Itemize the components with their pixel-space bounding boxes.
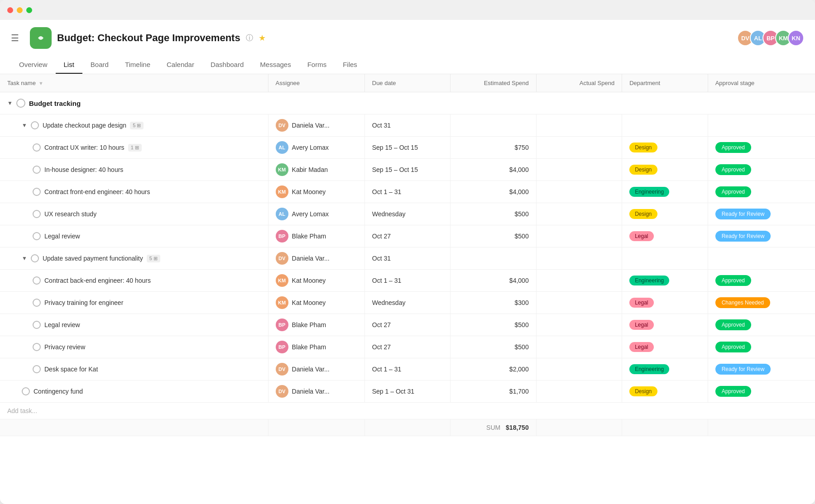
info-icon[interactable]: ⓘ	[246, 33, 253, 43]
task-complete-icon[interactable]	[31, 121, 39, 129]
estimated-spend: $500	[451, 314, 536, 336]
table-row[interactable]: Contract back-end engineer: 40 hours KM …	[0, 270, 815, 292]
assignee-name: Kabir Madan	[292, 166, 328, 173]
table-row[interactable]: Contract UX writer: 10 hours 1 ⊞ AL Aver…	[0, 137, 815, 159]
assignee-avatar: BP	[276, 230, 288, 242]
tab-calendar[interactable]: Calendar	[158, 56, 202, 74]
assignee-name: Kat Mooney	[292, 188, 326, 195]
task-complete-icon[interactable]	[33, 299, 41, 307]
tab-timeline[interactable]: Timeline	[117, 56, 158, 74]
table-row[interactable]: ▼ Update saved payment functionality 5 ⊞…	[0, 247, 815, 270]
approval-badge: Approved	[715, 386, 751, 397]
estimated-spend: $4,000	[451, 159, 536, 181]
add-task-label[interactable]: Add task...	[7, 407, 37, 414]
section-circle	[16, 99, 25, 108]
task-name: Contingency fund	[34, 388, 83, 395]
th-estimated-spend[interactable]: Estimated Spend	[451, 74, 536, 92]
tab-forms[interactable]: Forms	[299, 56, 335, 74]
due-date: Oct 27	[364, 225, 450, 247]
task-complete-icon[interactable]	[33, 188, 41, 196]
table-container: Task name ▼ Assignee Due date Estimated …	[0, 74, 815, 436]
approval-stage: Approved	[708, 380, 815, 403]
table-row[interactable]: ▼ Update checkout page design 5 ⊞ DV	[0, 114, 815, 137]
collapse-icon[interactable]: ▼	[7, 100, 13, 106]
actual-spend	[536, 336, 622, 358]
actual-spend	[536, 137, 622, 159]
approval-badge: Approved	[715, 186, 751, 197]
app-icon	[30, 27, 52, 49]
minimize-button[interactable]	[17, 7, 23, 13]
approval-stage: Approved	[708, 181, 815, 203]
task-complete-icon[interactable]	[33, 166, 41, 174]
th-assignee[interactable]: Assignee	[268, 74, 364, 92]
tab-messages[interactable]: Messages	[252, 56, 299, 74]
assignee-name: Blake Pham	[292, 343, 326, 351]
tab-dashboard[interactable]: Dashboard	[202, 56, 252, 74]
due-date: Sep 15 – Oct 15	[364, 137, 450, 159]
task-name: Privacy training for engineer	[44, 299, 123, 306]
task-complete-icon[interactable]	[33, 210, 41, 218]
table-row[interactable]: Contingency fund DV Daniela Var... Sep 1…	[0, 380, 815, 403]
due-date: Oct 27	[364, 314, 450, 336]
due-date: Oct 1 – 31	[364, 270, 450, 292]
table-row[interactable]: Desk space for Kat DV Daniela Var... Oct…	[0, 358, 815, 380]
table-row[interactable]: Privacy training for engineer KM Kat Moo…	[0, 292, 815, 314]
th-department[interactable]: Department	[622, 74, 708, 92]
department: Engineering	[622, 270, 708, 292]
nav-tabs: Overview List Board Timeline Calendar Da…	[11, 56, 804, 74]
department-badge: Engineering	[629, 364, 669, 374]
actual-spend	[536, 314, 622, 336]
task-name: Update saved payment functionality	[43, 255, 143, 262]
project-title: Budget: Checkout Page Improvements	[57, 32, 240, 44]
maximize-button[interactable]	[26, 7, 32, 13]
th-due-date[interactable]: Due date	[364, 74, 450, 92]
assignee-name: Avery Lomax	[292, 144, 329, 151]
due-date: Oct 1 – 31	[364, 181, 450, 203]
actual-spend	[536, 181, 622, 203]
assignee-avatar: BP	[276, 341, 288, 353]
team-avatars: DV AL BP KM KN	[737, 30, 804, 46]
table-row[interactable]: Privacy review BP Blake Pham Oct 27 $500…	[0, 336, 815, 358]
approval-stage: Approved	[708, 137, 815, 159]
tab-board[interactable]: Board	[82, 56, 117, 74]
th-actual-spend[interactable]: Actual Spend	[536, 74, 622, 92]
estimated-spend: $750	[451, 137, 536, 159]
task-complete-icon[interactable]	[33, 343, 41, 351]
table-row[interactable]: Legal review BP Blake Pham Oct 27 $500 L…	[0, 225, 815, 247]
add-task-row[interactable]: Add task...	[0, 403, 815, 419]
approval-badge: Approved	[715, 342, 751, 352]
assignee-name: Blake Pham	[292, 321, 326, 328]
task-name: UX research study	[44, 210, 96, 218]
task-complete-icon[interactable]	[31, 254, 39, 262]
tab-list[interactable]: List	[56, 56, 82, 74]
task-complete-icon[interactable]	[33, 321, 41, 329]
collapse-icon[interactable]: ▼	[22, 122, 27, 128]
task-complete-icon[interactable]	[33, 143, 41, 152]
collapse-icon[interactable]: ▼	[22, 255, 27, 262]
assignee-name: Avery Lomax	[292, 210, 329, 218]
task-complete-icon[interactable]	[33, 276, 41, 285]
tasks-table: Task name ▼ Assignee Due date Estimated …	[0, 74, 815, 436]
task-complete-icon[interactable]	[33, 365, 41, 373]
department-badge: Engineering	[629, 276, 669, 285]
table-row[interactable]: Contract front-end engineer: 40 hours KM…	[0, 181, 815, 203]
star-icon[interactable]: ★	[259, 33, 266, 43]
estimated-spend: $2,000	[451, 358, 536, 380]
table-row[interactable]: In-house designer: 40 hours KM Kabir Mad…	[0, 159, 815, 181]
tab-files[interactable]: Files	[335, 56, 365, 74]
sort-icon: ▼	[38, 81, 43, 86]
approval-stage: Ready for Review	[708, 203, 815, 225]
tab-overview[interactable]: Overview	[11, 56, 56, 74]
close-button[interactable]	[7, 7, 13, 13]
table-row[interactable]: UX research study AL Avery Lomax Wednesd…	[0, 203, 815, 225]
estimated-spend	[451, 247, 536, 270]
th-task-name[interactable]: Task name ▼	[0, 74, 268, 92]
hamburger-icon[interactable]: ☰	[11, 33, 19, 43]
department-badge: Legal	[629, 320, 653, 330]
table-row[interactable]: Legal review BP Blake Pham Oct 27 $500 L…	[0, 314, 815, 336]
assignee-avatar: AL	[276, 208, 288, 220]
approval-stage: Ready for Review	[708, 358, 815, 380]
task-complete-icon[interactable]	[22, 387, 30, 395]
task-complete-icon[interactable]	[33, 232, 41, 240]
th-approval-stage[interactable]: Approval stage	[708, 74, 815, 92]
